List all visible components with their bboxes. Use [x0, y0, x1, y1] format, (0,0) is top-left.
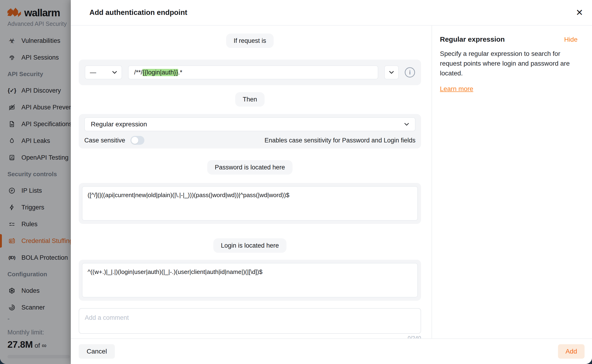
sidebar-item-label: API Specifications [21, 121, 71, 128]
robot-slash-icon [7, 104, 16, 111]
add-auth-endpoint-modal: Add authentication endpoint ✕ If request… [71, 0, 592, 364]
sidebar-item-ip-lists[interactable]: IP IP Lists [0, 182, 71, 199]
login-regex-container: ^((w+.)|_|.|)(login|user|auth)(|_|-.)(us… [79, 260, 421, 301]
book-check-icon [7, 154, 16, 161]
login-regex-input[interactable]: ^((w+.)|_|.|)(login|user|auth)(|_|-.)(us… [82, 263, 418, 298]
operator-select[interactable]: — [85, 65, 122, 79]
sidebar-item-label: OpenAPI Testing [21, 154, 68, 161]
logo-block[interactable]: wallarm Advanced API Security [0, 0, 71, 27]
sidebar-item-label: Nodes [21, 287, 39, 294]
sidebar-item-vulnerabilities[interactable]: ☣ Vulnerabilities [0, 32, 71, 49]
add-button[interactable]: Add [558, 344, 585, 359]
help-panel-title: Regular expression [440, 35, 505, 43]
if-request-is-pill: If request is [226, 33, 274, 48]
logo-text: wallarm [24, 7, 60, 19]
sidebar-item-label: Scanner [21, 304, 45, 311]
modal-footer: Cancel Add [71, 338, 592, 364]
sidebar-item-label: API Discovery [21, 87, 61, 94]
document-icon [7, 121, 16, 128]
biohazard-icon: ☣ [7, 37, 16, 44]
sidebar-item-label: Triggers [21, 204, 44, 211]
sidebar-item-nodes[interactable]: Nodes [0, 282, 71, 299]
value-highlight: {{login|auth}} [143, 69, 178, 76]
monthly-limit-label: Monthly limit: [7, 329, 69, 336]
app-window: wallarm Advanced API Security ☣ Vulnerab… [0, 0, 592, 364]
chevron-down-icon [389, 71, 394, 74]
sidebar-item-label: API Sessions [21, 54, 59, 61]
sidebar-dash: - [7, 315, 69, 322]
password-located-pill: Password is located here [207, 160, 292, 175]
case-sensitive-label: Case sensitive [84, 137, 125, 144]
braces-check-icon: {✓} [7, 87, 16, 94]
learn-more-link[interactable]: Learn more [440, 85, 473, 93]
password-regex-container: ([^/](|((api|current|new|old|plain)(|\.|… [79, 183, 421, 224]
lightning-icon [7, 204, 16, 211]
comment-input[interactable] [79, 308, 421, 334]
checklist-icon [7, 221, 16, 228]
usage-progress-bar [7, 355, 70, 358]
endpoint-value-input[interactable]: /**/{{login|auth}}.* [128, 65, 378, 79]
svg-text:IP: IP [11, 189, 13, 192]
sidebar-item-scanner[interactable]: Scanner [0, 299, 71, 316]
sidebar-item-credential-stuffing[interactable]: Credential Stuffing [0, 233, 71, 249]
wallarm-logo-icon [7, 8, 21, 18]
operator-value: — [90, 69, 96, 76]
info-icon[interactable]: i [405, 67, 415, 78]
sidebar-nav: ☣ Vulnerabilities API Sessions API Secur… [0, 32, 71, 316]
comment-char-counter: 0/240 [79, 335, 421, 338]
cancel-button[interactable]: Cancel [79, 344, 115, 359]
droplet-icon [7, 137, 16, 144]
help-panel-body: Specify a regular expression to search f… [440, 49, 572, 78]
sidebar-section-configuration: Configuration [0, 266, 71, 282]
chevron-down-icon [404, 123, 409, 126]
ip-circle-icon: IP [7, 187, 16, 194]
sidebar-item-api-discovery[interactable]: {✓} API Discovery [0, 82, 71, 99]
toggle-knob [131, 137, 138, 144]
sidebar-item-api-specifications[interactable]: API Specifications [0, 116, 71, 132]
scanner-icon [7, 304, 16, 311]
usage-value: 27.8M [7, 339, 33, 350]
modal-header: Add authentication endpoint ✕ [71, 0, 592, 26]
sidebar-item-rules[interactable]: Rules [0, 216, 71, 233]
sidebar-item-label: Credential Stuffing [21, 237, 71, 245]
case-sensitive-row: Case sensitive Enables case sensitivity … [84, 136, 415, 145]
value-prefix: /**/ [134, 69, 143, 76]
hexagon-nodes-icon [7, 287, 16, 294]
password-regex-input[interactable]: ([^/](|((api|current|new|old|plain)(|\.|… [82, 186, 418, 221]
sidebar-item-label: Rules [21, 221, 38, 228]
sidebar-item-api-abuse-prevention[interactable]: API Abuse Prevention [0, 99, 71, 116]
sidebar-item-openapi-testing[interactable]: OpenAPI Testing [0, 149, 71, 166]
braces-id-icon: {ID} [7, 255, 16, 260]
sidebar-item-triggers[interactable]: Triggers [0, 199, 71, 216]
sidebar-section-api-security: API Security [0, 66, 71, 82]
action-box: Regular expression Case sensitive Enable… [79, 114, 421, 149]
action-type-select[interactable]: Regular expression [84, 117, 415, 131]
sidebar-item-api-sessions[interactable]: API Sessions [0, 49, 71, 66]
modal-title: Add authentication endpoint [89, 8, 187, 17]
modal-content: If request is — /**/{{login|auth}}.* i [71, 26, 432, 338]
then-pill: Then [235, 92, 264, 107]
action-selected-option: Regular expression [91, 121, 147, 128]
login-located-pill: Login is located here [213, 238, 286, 253]
sidebar-item-label: BOLA Protection [21, 254, 68, 261]
monthly-usage: 27.8M of ∞ [7, 339, 69, 350]
sidebar-item-bola-protection[interactable]: {ID} BOLA Protection [0, 249, 71, 266]
sidebar-subtitle: Advanced API Security [7, 20, 71, 27]
expand-condition-button[interactable] [384, 65, 399, 79]
sidebar-item-label: API Abuse Prevention [21, 104, 71, 111]
id-card-icon [7, 237, 16, 244]
case-sensitive-toggle[interactable] [130, 136, 145, 145]
sidebar-bottom: - Monthly limit: 27.8M of ∞ [7, 315, 69, 358]
close-icon[interactable]: ✕ [576, 8, 583, 17]
sidebar-section-security-controls: Security controls [0, 166, 71, 182]
sidebar-item-api-leaks[interactable]: API Leaks [0, 132, 71, 149]
sidebar: wallarm Advanced API Security ☣ Vulnerab… [0, 0, 71, 364]
condition-row: — /**/{{login|auth}}.* i [79, 59, 421, 85]
help-panel: Regular expression Hide Specify a regula… [432, 26, 592, 338]
case-sensitive-hint: Enables case sensitivity for Password an… [264, 137, 415, 144]
sidebar-item-label: API Leaks [21, 137, 50, 144]
hide-link[interactable]: Hide [564, 36, 578, 43]
fingerprint-icon [7, 54, 16, 61]
sidebar-item-label: Vulnerabilities [21, 37, 60, 45]
sidebar-item-label: IP Lists [21, 187, 42, 194]
